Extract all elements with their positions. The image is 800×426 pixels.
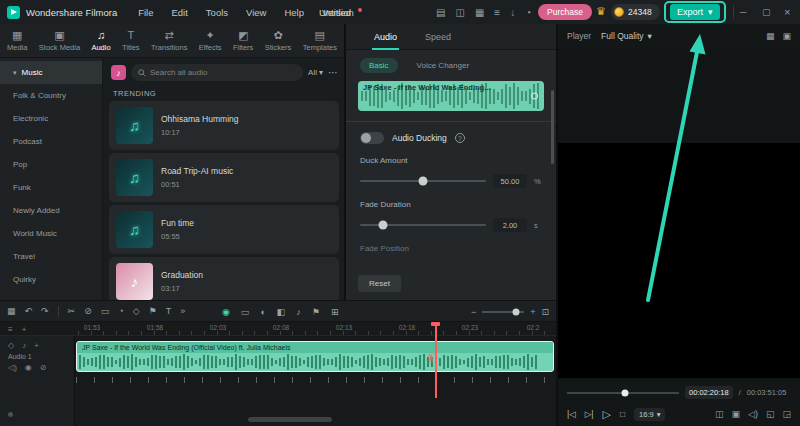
tab-stickers[interactable]: ✿Stickers bbox=[265, 30, 292, 52]
chroma-key-icon[interactable]: ◧ bbox=[277, 307, 286, 317]
lock-icon[interactable]: ⊘ bbox=[40, 363, 47, 372]
preview-mode-icon[interactable]: ▣ bbox=[782, 31, 791, 41]
list-item-track[interactable]: ♫ Fun time 05:55 bbox=[109, 205, 339, 254]
search-input[interactable] bbox=[150, 68, 296, 77]
shortcut-list-icon[interactable]: ≡ bbox=[494, 7, 500, 18]
duck-amount-value[interactable]: 50.00 bbox=[493, 174, 527, 188]
grid-view-icon[interactable]: ▦ bbox=[766, 31, 775, 41]
record-enable-icon[interactable]: ◉ bbox=[25, 363, 32, 372]
aspect-ratio-dropdown[interactable]: 16:9▾ bbox=[634, 408, 665, 421]
zoom-slider[interactable] bbox=[482, 311, 524, 313]
volume-icon[interactable]: ◁) bbox=[748, 409, 758, 419]
tab-filters[interactable]: ◩Filters bbox=[233, 30, 253, 52]
subtab-voice-changer[interactable]: Voice Changer bbox=[408, 58, 478, 73]
tab-templates[interactable]: ▤Templates bbox=[303, 30, 337, 52]
selected-clip-strip[interactable]: JP Saxe - If the World Was Ending... bbox=[358, 81, 544, 111]
render-preview-icon[interactable]: ⊞ bbox=[331, 307, 339, 317]
undo-icon[interactable]: ↶ bbox=[25, 306, 33, 316]
search-box[interactable] bbox=[131, 64, 303, 81]
help-icon[interactable]: ? bbox=[455, 133, 465, 143]
timeline-audio-clip[interactable]: JP Saxe - If the World Was Ending (Offic… bbox=[76, 341, 554, 372]
list-item-track[interactable]: ♪ Graduation 03:17 bbox=[109, 257, 339, 300]
sidebar-item-travel[interactable]: Travel bbox=[0, 245, 102, 268]
progress-handle[interactable] bbox=[622, 389, 629, 396]
marker-icon[interactable]: ⚑ bbox=[149, 306, 157, 316]
timeline-horizontal-scrollbar[interactable] bbox=[248, 417, 332, 422]
reset-button[interactable]: Reset bbox=[358, 275, 401, 292]
coins-balance[interactable]: 24348 bbox=[611, 4, 660, 20]
timeline-ruler[interactable]: ≡ + 01:53 01:58 02:03 02:08 02:13 02:18 … bbox=[0, 322, 556, 336]
tab-effects[interactable]: ✦Effects bbox=[199, 30, 222, 52]
window-close-button[interactable]: × bbox=[784, 0, 790, 24]
device-preview-icon[interactable]: ▤ bbox=[436, 7, 445, 18]
tab-media[interactable]: ▦Media bbox=[7, 30, 27, 52]
prev-frame-icon[interactable]: |◁ bbox=[567, 409, 576, 419]
voiceover-icon[interactable]: ♪ bbox=[22, 341, 26, 350]
voiceover-record-icon[interactable]: ◉ bbox=[222, 307, 230, 317]
panel-arrange-icon[interactable]: ▦ bbox=[475, 7, 484, 18]
slider-handle[interactable] bbox=[378, 221, 387, 230]
window-minimize-button[interactable]: ─ bbox=[740, 0, 746, 24]
keyframe-icon[interactable]: ◇ bbox=[133, 306, 140, 316]
tab-speed-properties[interactable]: Speed bbox=[425, 24, 451, 50]
mute-icon[interactable]: ◁) bbox=[8, 363, 17, 372]
subtab-basic[interactable]: Basic bbox=[360, 58, 398, 73]
slider-handle[interactable] bbox=[419, 177, 428, 186]
sidebar-item-folk-country[interactable]: Folk & Country bbox=[0, 84, 102, 107]
import-icon[interactable]: ↓ bbox=[510, 7, 515, 18]
window-maximize-button[interactable]: ▢ bbox=[762, 0, 771, 24]
export-button[interactable]: Export ▾ bbox=[670, 4, 720, 20]
sidebar-item-music[interactable]: ▾Music bbox=[0, 61, 102, 84]
mask-icon[interactable]: ◐ bbox=[260, 307, 265, 317]
fade-duration-value[interactable]: 2.00 bbox=[493, 218, 527, 232]
add-icon[interactable]: + bbox=[34, 341, 39, 350]
track-menu-icon[interactable]: ≡ bbox=[8, 325, 13, 334]
monitor-icon[interactable]: ▣ bbox=[732, 409, 741, 419]
fullscreen-icon[interactable]: ◱ bbox=[766, 409, 775, 419]
sidebar-item-funk[interactable]: Funk bbox=[0, 176, 102, 199]
sidebar-item-newly-added[interactable]: Newly Added bbox=[0, 199, 102, 222]
stop-icon[interactable]: □ bbox=[620, 409, 625, 419]
sidebar-item-podcast[interactable]: Podcast bbox=[0, 130, 102, 153]
history-icon[interactable]: ◔ bbox=[525, 7, 531, 18]
zoom-handle[interactable] bbox=[512, 308, 519, 315]
add-track-dot[interactable] bbox=[8, 412, 13, 417]
sidebar-item-pop[interactable]: Pop bbox=[0, 153, 102, 176]
tab-audio[interactable]: ♫Audio bbox=[91, 30, 110, 52]
flag-marker-icon[interactable]: ⚑ bbox=[312, 307, 320, 317]
properties-scrollbar[interactable] bbox=[551, 90, 554, 164]
next-frame-icon[interactable]: ▷| bbox=[585, 409, 594, 419]
purchase-button[interactable]: Purchase bbox=[538, 4, 592, 20]
redo-icon[interactable]: ↷ bbox=[41, 306, 49, 316]
menu-view[interactable]: View bbox=[237, 7, 275, 18]
menu-file[interactable]: File bbox=[129, 7, 162, 18]
tab-audio-properties[interactable]: Audio bbox=[374, 24, 397, 50]
zoom-out-icon[interactable]: − bbox=[471, 307, 476, 317]
more-tools-icon[interactable]: » bbox=[180, 306, 185, 316]
text-tool-icon[interactable]: T bbox=[166, 306, 172, 316]
sidebar-item-quirky[interactable]: Quirky bbox=[0, 268, 102, 291]
menu-edit[interactable]: Edit bbox=[162, 7, 196, 18]
workspace-icon[interactable]: ▦ bbox=[7, 306, 16, 316]
tab-transitions[interactable]: ⇄Transitions bbox=[151, 30, 187, 52]
layout-switch-icon[interactable]: ◫ bbox=[455, 7, 464, 18]
quality-dropdown[interactable]: Full Quality▾ bbox=[601, 31, 652, 41]
crop-frame-icon[interactable]: ▭ bbox=[241, 307, 250, 317]
play-icon[interactable]: ▷ bbox=[603, 408, 611, 421]
tab-stock-media[interactable]: ▣Stock Media bbox=[39, 30, 80, 52]
split-icon[interactable]: ✂ bbox=[68, 306, 76, 316]
clip-keyframe-icon[interactable] bbox=[531, 93, 538, 100]
fade-duration-slider[interactable] bbox=[360, 224, 486, 226]
mic-icon[interactable]: ♪ bbox=[296, 307, 301, 317]
menu-tools[interactable]: Tools bbox=[197, 7, 237, 18]
audio-ducking-toggle[interactable] bbox=[360, 132, 384, 144]
filter-all-dropdown[interactable]: All▾ bbox=[308, 68, 323, 77]
list-item-track[interactable]: ♫ Ohhisama Humming 10:17 bbox=[109, 101, 339, 150]
more-options-icon[interactable]: ⋯ bbox=[328, 69, 338, 77]
zoom-in-icon[interactable]: + bbox=[530, 307, 535, 317]
crop-icon[interactable]: ▭ bbox=[101, 306, 110, 316]
delete-icon[interactable]: ⊘ bbox=[84, 306, 92, 316]
list-item-track[interactable]: ♫ Road Trip-AI music 00:51 bbox=[109, 153, 339, 202]
rewards-crown-icon[interactable]: ♛ bbox=[596, 5, 606, 18]
track-keyframe-icon[interactable]: ◇ bbox=[8, 341, 14, 350]
